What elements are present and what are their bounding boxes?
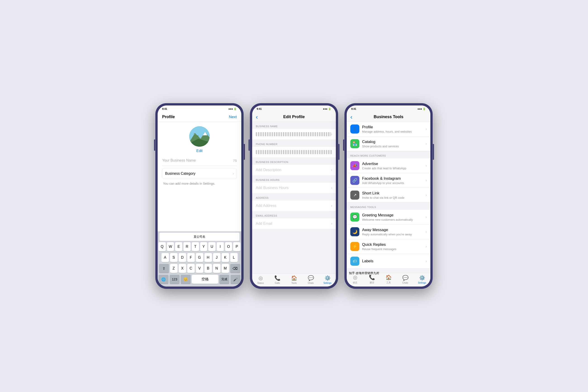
key-j[interactable]: J [213, 253, 221, 262]
key-p[interactable]: P [233, 242, 240, 251]
quick-replies-subtitle: Reuse frequent messages [362, 248, 426, 251]
key-m[interactable]: M [222, 264, 229, 273]
tab-calls-2[interactable]: 📞 Calls [269, 275, 286, 284]
tab-status-2[interactable]: ◎ Status [252, 275, 269, 284]
tab-tools-2[interactable]: 🏠 Tools [286, 275, 302, 284]
section-business-name: BUSINESS NAME [252, 122, 336, 129]
short-link-chevron: › [426, 193, 427, 197]
key-w[interactable]: W [167, 242, 174, 251]
key-t[interactable]: T [192, 242, 199, 251]
profile-hint: You can add more details in Settings. [162, 182, 237, 185]
key-v[interactable]: V [196, 264, 203, 273]
quick-replies-icon: ⚡ [350, 242, 359, 251]
key-g[interactable]: G [196, 253, 203, 262]
tool-fb-instagram[interactable]: 🔗 Facebook & Instagram Add WhatsApp to y… [347, 173, 430, 188]
key-y[interactable]: Y [200, 242, 207, 251]
key-k[interactable]: K [222, 253, 229, 262]
status-icon-3: ◎ [353, 274, 357, 280]
key-h[interactable]: H [204, 253, 212, 262]
tab-settings-label-3: Settings [418, 282, 426, 284]
key-i[interactable]: I [217, 242, 224, 251]
key-n[interactable]: N [213, 264, 221, 273]
key-e[interactable]: E [175, 242, 182, 251]
key-space[interactable]: 空格 [192, 275, 218, 284]
tools-icon-2: 🏠 [291, 275, 297, 281]
back-button-3[interactable]: ‹ [350, 114, 352, 120]
key-d[interactable]: D [179, 253, 186, 262]
tool-greeting[interactable]: 💬 Greeting Message Welcome new customers… [347, 210, 430, 224]
back-button-2[interactable]: ‹ [256, 114, 258, 120]
tab-calls-3[interactable]: 📞 通话 [363, 274, 380, 284]
time-2: 9:41 [257, 108, 262, 110]
key-123[interactable]: 123 [170, 275, 180, 284]
tab-tools-3[interactable]: 🏠 工具 [380, 274, 397, 284]
away-message-title: Away Message [362, 228, 426, 232]
key-globe[interactable]: 🌐 [159, 275, 169, 284]
profile-form: Your Business Name 75 Business Category … [158, 155, 241, 231]
next-button[interactable]: Next [229, 115, 237, 119]
fb-instagram-title: Facebook & Instagram [362, 176, 426, 181]
away-message-text: Away Message Reply automatically when yo… [362, 228, 426, 236]
key-b[interactable]: B [204, 264, 212, 273]
fb-instagram-text: Facebook & Instagram Add WhatsApp to you… [362, 176, 426, 185]
key-shift[interactable]: ⇧ [159, 264, 169, 273]
svg-rect-5 [197, 135, 199, 137]
key-u[interactable]: U [208, 242, 216, 251]
email-field[interactable]: Add Email › [252, 218, 336, 229]
address-group: Add Address › [252, 200, 336, 211]
status-bar-1: 9:41 ●●● 🔋 [158, 106, 241, 112]
key-a[interactable]: A [161, 253, 169, 262]
tab-status-label-3: 状态 [353, 281, 357, 284]
key-x[interactable]: X [179, 264, 186, 273]
avatar-section: Edit [158, 122, 241, 155]
tab-settings-3[interactable]: ⚙️ Settings [414, 275, 430, 284]
business-name-field[interactable]: › [252, 129, 336, 140]
tool-labels[interactable]: 🏷 Labels › [347, 254, 430, 269]
email-group: Add Email › [252, 218, 336, 229]
key-f[interactable]: F [187, 253, 195, 262]
signal-battery-3: ●●● 🔋 [417, 108, 426, 110]
key-o[interactable]: O [225, 242, 232, 251]
profile-tool-text: Profile Manage address, hours, and websi… [362, 125, 426, 133]
tool-short-link[interactable]: ↗ Short Link Invite to chat via link or … [347, 188, 430, 202]
quick-replies-text: Quick Replies Reuse frequent messages [362, 242, 426, 251]
key-z[interactable]: Z [170, 264, 178, 273]
greeting-subtitle: Welcome new customers automatically [362, 218, 426, 221]
key-mic[interactable]: 🎤 [231, 275, 240, 284]
tool-profile[interactable]: 👤 Profile Manage address, hours, and web… [347, 122, 430, 136]
settings-icon-2: ⚙️ [324, 275, 331, 281]
short-link-subtitle: Invite to chat via link or QR code [362, 196, 426, 200]
hours-chevron: › [331, 186, 332, 190]
tab-chats-3[interactable]: 💬 Chats [397, 275, 414, 284]
avatar[interactable] [189, 126, 210, 147]
tool-quick-replies[interactable]: ⚡ Quick Replies Reuse frequent messages … [347, 239, 430, 254]
short-link-icon: ↗ [350, 190, 359, 200]
tool-catalog[interactable]: 🏪 Catalog Show products and services › [347, 136, 430, 151]
tool-away-message[interactable]: 🌙 Away Message Reply automatically when … [347, 224, 430, 239]
key-done[interactable]: 完成 [219, 275, 229, 284]
key-delete[interactable]: ⌫ [230, 264, 240, 273]
key-emoji[interactable]: 😊 [181, 275, 191, 284]
tab-status-3[interactable]: ◎ 状态 [347, 274, 363, 284]
phone-2: 9:41 ●●● 🔋 ‹ Edit Profile BUSINESS NAME … [250, 103, 338, 289]
watermark: 知乎 @海外营销李九村 [349, 271, 379, 275]
labels-title: Labels [362, 259, 426, 264]
key-q[interactable]: Q [159, 242, 166, 251]
edit-avatar-button[interactable]: Edit [196, 149, 203, 153]
key-r[interactable]: R [183, 242, 191, 251]
tab-chats-2[interactable]: 💬 Chats [302, 275, 319, 284]
tab-settings-2[interactable]: ⚙️ Settings [319, 275, 336, 284]
address-field[interactable]: Add Address › [252, 200, 336, 211]
key-s[interactable]: S [170, 253, 178, 262]
phone-number-group [252, 147, 336, 157]
description-field[interactable]: Add Description › [252, 165, 336, 175]
key-c[interactable]: C [187, 264, 195, 273]
business-category-row[interactable]: Business Category › [162, 168, 237, 179]
key-l[interactable]: L [230, 253, 238, 262]
phone-3: 9:41 ●●● 🔋 ‹ Business Tools 👤 [344, 103, 433, 289]
business-name-input[interactable]: Your Business Name [162, 158, 233, 162]
tool-advertise[interactable]: 📣 Advertise Create ads that lead to What… [347, 158, 430, 173]
section-email: EMAIL ADDRESS [252, 211, 336, 218]
hours-field[interactable]: Add Business Hours › [252, 183, 336, 193]
keyboard-suggestion[interactable]: 某公司名 [159, 233, 240, 241]
